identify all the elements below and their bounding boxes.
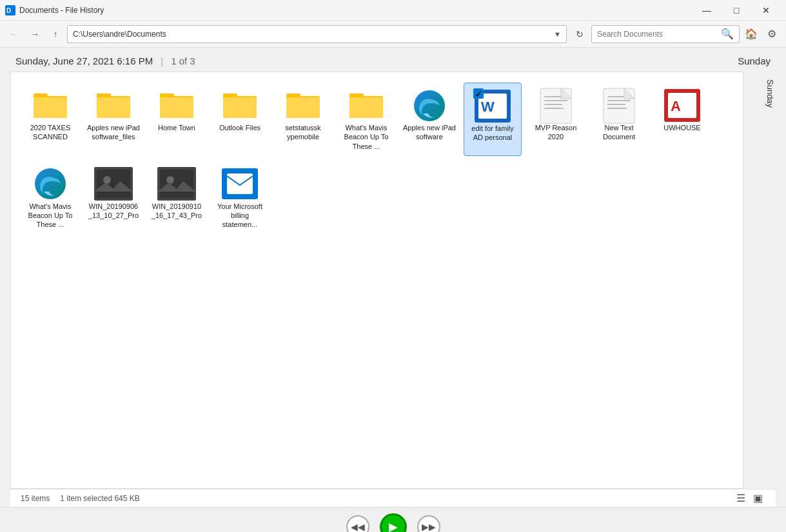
search-input[interactable] [597,30,718,39]
file-label: 2020 TAXES SCANNED [24,123,77,142]
home-button[interactable]: 🏠 [742,25,760,43]
settings-button[interactable]: ⚙ [763,25,781,43]
file-item[interactable]: WIN_20190906_13_10_27_Pro [84,161,142,235]
up-button[interactable]: ↑ [46,25,64,43]
list-view-button[interactable]: ☰ [734,491,748,506]
selection-checkbox: ✓ [473,88,484,99]
file-label: WIN_20190910_16_17_43_Pro [150,202,203,221]
file-item[interactable]: WIN_20190910_16_17_43_Pro [148,161,206,235]
svg-rect-45 [227,173,253,194]
file-label: Apples new iPad software_files [87,123,140,142]
file-item[interactable]: ✓ W edit for family AD personal [464,83,522,156]
date-bar: Sunday, June 27, 2021 6:16 PM | 1 of 3 S… [0,48,786,72]
folder-icon [94,88,133,123]
folder-icon [31,88,70,123]
svg-rect-27 [544,104,562,105]
folder-icon [284,88,322,123]
file-label: edit for family AD personal [467,124,518,143]
back-button[interactable]: ← [5,25,23,43]
svg-rect-19 [349,97,383,118]
app-icon: D [5,5,15,15]
file-item[interactable]: Home Town [148,83,206,156]
refresh-button[interactable]: ↻ [571,25,589,43]
folder-icon [221,88,259,123]
minimize-button[interactable]: — [692,0,722,21]
forward-button[interactable]: → [26,25,44,43]
file-label: What's Mavis Beacon Up To These ... [340,123,393,151]
right-panel: Sunday [754,72,786,489]
search-icon: 🔍 [721,28,734,40]
svg-rect-13 [223,97,257,118]
address-dropdown-button[interactable]: ▼ [554,30,561,38]
edge-icon [31,166,70,202]
file-item[interactable]: New Text Document [590,83,648,156]
right-date-label: Sunday [738,55,771,66]
svg-text:W: W [481,99,495,115]
svg-text:A: A [671,98,681,114]
image-icon [94,166,133,202]
file-item[interactable]: What's Mavis Beacon Up To These ... [337,83,395,156]
svg-rect-32 [607,104,625,105]
file-item[interactable]: Apples new iPad software_files [84,83,142,156]
file-item[interactable]: A UWHOUSE [653,83,711,156]
search-bar[interactable]: 🔍 [591,25,740,43]
file-label: setstatussk ypemobile [277,123,329,142]
file-label: Home Town [158,123,195,132]
file-label: UWHOUSE [663,123,700,132]
window-title: Documents - File History [19,6,692,15]
file-label: Your Microsoft billing statemen... [213,202,266,230]
svg-point-40 [103,176,111,184]
svg-rect-39 [97,170,130,198]
file-label: New Text Document [593,123,645,142]
play-button[interactable]: ▶ [380,513,407,533]
access-icon: A [663,88,702,123]
svg-rect-10 [160,97,193,118]
file-item[interactable]: 2020 TAXES SCANNED [21,83,79,156]
svg-rect-26 [544,100,567,101]
window-controls: — □ ✕ [692,0,781,21]
svg-rect-33 [607,108,627,109]
file-item[interactable]: MVP Reason 2020 [527,83,585,156]
file-item[interactable]: What's Mavis Beacon Up To These ... [21,161,79,235]
document-icon [600,88,638,123]
file-item[interactable]: Apples new iPad software [400,83,458,156]
svg-rect-4 [34,97,67,118]
main-area: 2020 TAXES SCANNED Apples new iPad softw… [0,72,786,489]
file-item[interactable]: setstatussk ypemobile [274,83,332,156]
image-icon [157,166,196,202]
file-item[interactable]: Outlook Files [211,83,269,156]
address-text: C:\Users\andre\Documents [73,30,551,39]
svg-rect-28 [544,108,564,109]
grid-view-button[interactable]: ▣ [751,491,765,506]
svg-rect-42 [160,170,193,198]
file-item[interactable]: Your Microsoft billing statemen... [211,161,269,235]
date-separator: | [161,55,163,66]
svg-text:D: D [6,7,11,14]
folder-icon [347,88,386,123]
previous-button[interactable]: ◀◀ [346,515,369,533]
page-indicator: 1 of 3 [171,55,195,66]
nav-bar: ← → ↑ C:\Users\andre\Documents ▼ ↻ 🔍 🏠 ⚙ [0,21,786,48]
edge-icon [410,88,449,123]
svg-rect-7 [97,97,130,118]
close-button[interactable]: ✕ [751,0,781,21]
maximize-button[interactable]: □ [722,0,751,21]
status-left: 15 items 1 item selected 645 KB [21,494,140,503]
address-bar[interactable]: C:\Users\andre\Documents ▼ [67,25,567,43]
folder-icon [157,88,196,123]
right-label: Sunday [765,79,775,108]
file-panel[interactable]: 2020 TAXES SCANNED Apples new iPad softw… [10,72,743,489]
next-button[interactable]: ▶▶ [417,515,440,533]
title-bar: D Documents - File History — □ ✕ [0,0,786,21]
document-icon [536,88,575,123]
file-label: What's Mavis Beacon Up To These ... [24,202,77,230]
item-count: 15 items [21,494,50,503]
file-label: MVP Reason 2020 [529,123,582,142]
status-bar: 15 items 1 item selected 645 KB ☰ ▣ [10,489,776,507]
word-icon: ✓ W [473,88,512,124]
svg-point-43 [166,176,174,184]
status-right: ☰ ▣ [734,491,765,506]
svg-rect-31 [607,100,631,101]
outlook-icon [221,166,259,202]
file-grid: 2020 TAXES SCANNED Apples new iPad softw… [21,83,732,235]
